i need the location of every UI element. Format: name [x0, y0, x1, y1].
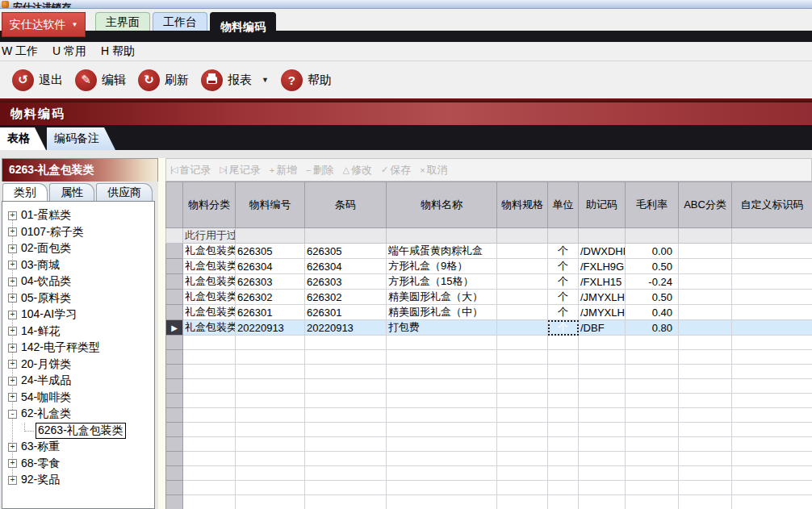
window-tab-3[interactable]: 物料编码	[210, 12, 276, 42]
menu-item-h[interactable]: H 帮助	[94, 44, 142, 59]
cell-barcode[interactable]: 626301	[305, 305, 387, 320]
empty-row[interactable]	[166, 336, 812, 350]
cell-abc[interactable]	[679, 290, 732, 305]
tree-node[interactable]: +03-商城	[2, 257, 154, 274]
cell-code[interactable]: 626305	[236, 244, 305, 259]
empty-cell[interactable]	[626, 495, 679, 509]
cell-unit[interactable]: 个	[548, 290, 579, 305]
cell-category[interactable]: 礼盒包装类	[183, 290, 236, 305]
empty-cell[interactable]	[305, 495, 387, 509]
empty-cell[interactable]	[387, 466, 497, 481]
cell-mnemonic[interactable]: /JMYXLH	[579, 305, 626, 320]
empty-cell[interactable]	[305, 365, 387, 379]
expand-icon[interactable]: +	[8, 443, 17, 452]
empty-cell[interactable]	[497, 423, 548, 437]
empty-cell[interactable]	[497, 495, 548, 509]
filter-cell[interactable]: 此行用于过滤	[183, 228, 236, 244]
empty-cell[interactable]	[305, 408, 387, 423]
empty-cell[interactable]	[387, 394, 497, 408]
empty-cell[interactable]	[305, 437, 387, 452]
menu-item-w[interactable]: W 工作	[0, 44, 45, 59]
filter-cell[interactable]	[732, 228, 812, 244]
cell-barcode[interactable]: 626303	[305, 274, 387, 290]
empty-cell[interactable]	[679, 394, 732, 408]
sidebar-tab-2[interactable]: 属性	[49, 183, 94, 201]
empty-cell[interactable]	[679, 350, 732, 365]
cell-margin[interactable]: 0.00	[626, 244, 679, 259]
toolbar-refresh-button[interactable]: ↻刷新	[138, 69, 189, 91]
empty-row[interactable]	[166, 379, 812, 394]
empty-cell[interactable]	[183, 481, 236, 495]
empty-cell[interactable]	[548, 379, 579, 394]
cell-category[interactable]: 礼盒包装类	[183, 305, 236, 320]
cell-margin[interactable]: 0.50	[626, 290, 679, 305]
empty-cell[interactable]	[305, 481, 387, 495]
cell-custom[interactable]	[732, 244, 812, 259]
empty-cell[interactable]	[732, 379, 812, 394]
empty-cell[interactable]	[183, 365, 236, 379]
empty-row[interactable]	[166, 481, 812, 495]
cell-unit[interactable]: 个	[548, 305, 579, 320]
empty-row[interactable]	[166, 408, 812, 423]
expand-icon[interactable]: +	[8, 393, 17, 402]
empty-cell[interactable]	[183, 437, 236, 452]
cell-custom[interactable]	[732, 274, 812, 290]
cell-margin[interactable]: 0.40	[626, 305, 679, 320]
empty-cell[interactable]	[387, 481, 497, 495]
empty-cell[interactable]	[236, 452, 305, 466]
empty-cell[interactable]	[732, 481, 812, 495]
empty-cell[interactable]	[236, 495, 305, 509]
filter-cell[interactable]	[387, 228, 497, 244]
cell-mnemonic[interactable]: /DWXDHR	[579, 244, 626, 259]
empty-cell[interactable]	[548, 452, 579, 466]
empty-cell[interactable]	[305, 452, 387, 466]
expand-icon[interactable]: +	[8, 360, 17, 369]
cell-margin[interactable]: 0.50	[626, 259, 679, 274]
cell-barcode[interactable]: 626302	[305, 290, 387, 305]
window-tab-1[interactable]: 主界面	[95, 12, 150, 31]
empty-row[interactable]	[166, 394, 812, 408]
empty-cell[interactable]	[497, 437, 548, 452]
tree-node[interactable]: +20-月饼类	[2, 357, 154, 373]
empty-cell[interactable]	[497, 466, 548, 481]
cell-name[interactable]: 打包费	[387, 320, 497, 336]
filter-cell[interactable]	[548, 228, 579, 244]
cell-spec[interactable]	[497, 290, 548, 305]
sidebar-tab-1[interactable]: 类别	[2, 183, 48, 201]
tree-child-node[interactable]: 6263-礼盒包装类	[2, 423, 154, 440]
empty-cell[interactable]	[548, 481, 579, 495]
expand-icon[interactable]: +	[8, 244, 17, 253]
empty-cell[interactable]	[579, 423, 626, 437]
empty-cell[interactable]	[579, 379, 626, 394]
empty-cell[interactable]	[679, 379, 732, 394]
empty-cell[interactable]	[548, 336, 579, 350]
empty-cell[interactable]	[579, 481, 626, 495]
empty-cell[interactable]	[305, 336, 387, 350]
cell-spec[interactable]	[497, 320, 548, 336]
expand-icon[interactable]: +	[8, 211, 17, 220]
empty-row[interactable]	[166, 437, 812, 452]
empty-cell[interactable]	[679, 408, 732, 423]
tree-node[interactable]: +142-电子秤类型	[2, 340, 154, 357]
cell-unit[interactable]: 个	[548, 320, 579, 336]
cell-name[interactable]: 精美圆形礼盒（中）	[387, 305, 497, 320]
empty-cell[interactable]	[626, 394, 679, 408]
empty-cell[interactable]	[626, 452, 679, 466]
cell-barcode[interactable]: 626304	[305, 259, 387, 274]
cell-unit[interactable]: 个	[548, 274, 579, 290]
filter-cell[interactable]	[579, 228, 626, 244]
table-row[interactable]: 礼盒包装类626302626302精美圆形礼盒（大）个/JMYXLH0.50	[166, 290, 812, 305]
empty-cell[interactable]	[387, 452, 497, 466]
toolbar-exit-button[interactable]: ↺退出	[12, 69, 63, 91]
view-tab-1[interactable]: 表格	[0, 127, 46, 150]
empty-row[interactable]	[166, 365, 812, 379]
report-dropdown-icon[interactable]: ▼	[262, 76, 269, 84]
empty-cell[interactable]	[183, 466, 236, 481]
cell-abc[interactable]	[679, 305, 732, 320]
expand-icon[interactable]: +	[8, 476, 17, 485]
empty-cell[interactable]	[497, 365, 548, 379]
empty-cell[interactable]	[579, 350, 626, 365]
cell-mnemonic[interactable]: /DBF	[579, 320, 626, 336]
empty-row[interactable]	[166, 452, 812, 466]
empty-cell[interactable]	[679, 495, 732, 509]
